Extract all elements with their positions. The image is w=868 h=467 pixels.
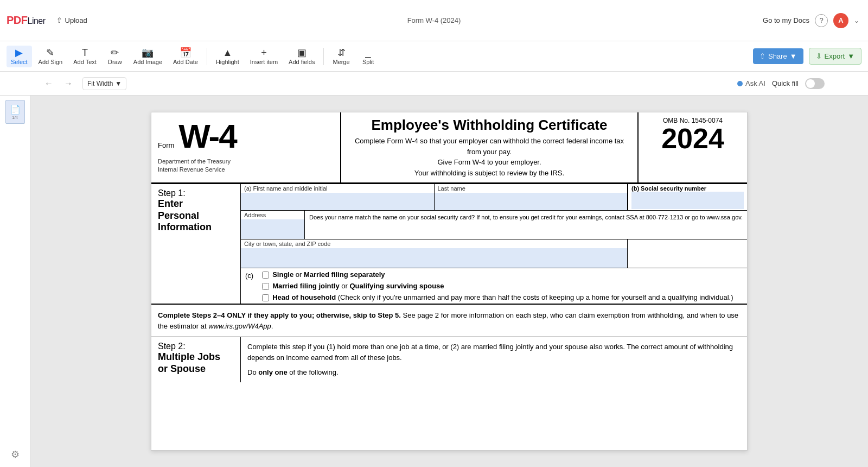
step1-section: Step 1: EnterPersonalInformation (a) Fir… <box>151 184 747 304</box>
pdf-form: Form W-4 Department of the Treasury Inte… <box>151 112 748 451</box>
checkbox-options: Single or Married filing separately Marr… <box>258 268 739 304</box>
address-row: Address Does your name match the name on… <box>241 211 747 239</box>
step1-title: EnterPersonalInformation <box>158 198 234 234</box>
upload-button[interactable]: ⇧ Upload <box>52 14 92 27</box>
checkbox-hoh: Head of household (Check only if you're … <box>262 293 733 301</box>
page-icon: 📄 <box>10 104 21 115</box>
merge-button[interactable]: ⇵ Merge <box>328 46 354 67</box>
share-button[interactable]: ⇧ Share ▼ <box>753 48 803 64</box>
fields-icon: ▣ <box>297 48 307 58</box>
redo-button[interactable]: → <box>63 78 74 90</box>
image-icon: 📷 <box>142 48 154 58</box>
draw-icon: ✏ <box>111 48 119 58</box>
avatar-button[interactable]: A <box>833 13 848 28</box>
checkbox-single-label: Single or Married filing separately <box>272 270 385 279</box>
insert-item-label: Insert item <box>250 59 278 65</box>
merge-icon: ⇵ <box>337 48 346 58</box>
insert-item-button[interactable]: + Insert item <box>246 46 282 67</box>
add-image-button[interactable]: 📷 Add Image <box>129 46 167 67</box>
step-instruction: Complete Steps 2–4 ONLY if they apply to… <box>151 304 747 337</box>
page-number-label: 1/4 <box>12 115 18 120</box>
ask-ai-button[interactable]: Ask AI <box>737 79 765 87</box>
step2-content: Complete this step if you (1) hold more … <box>241 337 747 382</box>
step1-label: Step 1: EnterPersonalInformation <box>151 184 241 304</box>
draw-label: Draw <box>108 59 122 65</box>
export-button[interactable]: ⇩ Export ▼ <box>809 48 861 65</box>
add-sign-label: Add Sign <box>39 59 63 65</box>
step2-section: Step 2: Multiple Jobsor Spouse Complete … <box>151 337 747 382</box>
lastname-input[interactable] <box>435 193 628 210</box>
subtitle-line3: Your withholding is subject to review by… <box>350 168 629 179</box>
share-icon: ⇧ <box>760 52 765 60</box>
dept-line1: Department of the Treasury <box>158 157 334 166</box>
address-label: Address <box>241 211 304 219</box>
go-to-docs-button[interactable]: Go to my Docs <box>763 16 809 24</box>
ssn-cell: (b) Social security number <box>628 184 747 210</box>
add-text-button[interactable]: T Add Text <box>69 46 101 67</box>
firstname-input[interactable] <box>241 193 434 210</box>
address-cell: Address <box>241 211 305 239</box>
export-label: Export <box>825 52 845 60</box>
checkbox-single-input[interactable] <box>262 272 269 279</box>
step2-para2: Do only one of the following. <box>247 367 741 378</box>
document-title: Form W-4 (2024) <box>407 16 461 24</box>
subtoolbar: ← → Fit Width ▼ Ask AI Quick fill <box>0 72 868 96</box>
topbar-chevron[interactable]: ⌄ <box>854 17 859 24</box>
step1-number: Step 1: <box>158 188 234 198</box>
add-sign-button[interactable]: ✎ Add Sign <box>34 46 67 67</box>
form-right-header: OMB No. 1545-0074 2024 <box>639 112 747 182</box>
add-fields-button[interactable]: ▣ Add fields <box>284 46 319 67</box>
share-chevron-icon: ▼ <box>790 52 797 60</box>
quick-fill-toggle[interactable] <box>805 78 825 89</box>
split-button[interactable]: ⎯ Split <box>356 46 380 67</box>
step1-fields: (a) First name and middle initial Last n… <box>241 184 747 304</box>
main-content: Form W-4 Department of the Treasury Inte… <box>30 96 868 467</box>
form-left-header: Form W-4 Department of the Treasury Inte… <box>151 112 341 182</box>
draw-button[interactable]: ✏ Draw <box>103 46 127 67</box>
firstname-cell: (a) First name and middle initial <box>241 184 435 210</box>
dept-text: Department of the Treasury Internal Reve… <box>158 157 334 174</box>
highlight-button[interactable]: ▲ Highlight <box>212 46 244 67</box>
add-date-label: Add Date <box>173 59 198 65</box>
subtoolbar-right: Ask AI Quick fill <box>737 78 825 89</box>
main-toolbar: ▶ Select ✎ Add Sign T Add Text ✏ Draw 📷 … <box>0 41 868 72</box>
subtitle-line1: Complete Form W-4 so that your employer … <box>350 136 629 157</box>
step2-label: Step 2: Multiple Jobsor Spouse <box>151 337 241 382</box>
subtitle-line2: Give Form W-4 to your employer. <box>350 157 629 168</box>
topbar: PDFLiner ⇧ Upload Form W-4 (2024) Go to … <box>0 0 868 41</box>
select-tool-button[interactable]: ▶ Select <box>7 46 32 67</box>
insert-icon: + <box>261 48 267 58</box>
add-fields-label: Add fields <box>289 59 315 65</box>
city-side-cell <box>628 239 747 268</box>
ssn-input[interactable] <box>631 192 744 209</box>
fit-width-label: Fit Width <box>87 80 113 87</box>
help-button[interactable]: ? <box>815 14 828 27</box>
address-input[interactable] <box>241 219 304 239</box>
form-text: Form <box>158 141 174 149</box>
city-cell: City or town, state, and ZIP code <box>241 239 628 268</box>
step2-number: Step 2: <box>158 342 234 351</box>
dept-line2: Internal Revenue Service <box>158 166 334 174</box>
lastname-label: Last name <box>435 184 628 193</box>
step2-para1: Complete this step if you (1) hold more … <box>247 342 741 363</box>
checkbox-hoh-label: Head of household (Check only if you're … <box>272 293 733 301</box>
city-input[interactable] <box>241 248 627 268</box>
settings-button[interactable]: ⚙ <box>11 449 20 460</box>
export-icon: ⇩ <box>816 52 822 60</box>
checkbox-married-input[interactable] <box>262 283 269 290</box>
highlight-label: Highlight <box>216 59 239 65</box>
form-subtitle: Complete Form W-4 so that your employer … <box>350 136 629 178</box>
ssn-note: Does your name match the name on your so… <box>309 214 743 220</box>
page-thumbnail[interactable]: 📄 1/4 <box>5 100 25 124</box>
step2-title: Multiple Jobsor Spouse <box>158 351 234 375</box>
firstname-label: (a) First name and middle initial <box>241 184 434 193</box>
upload-label: Upload <box>65 16 87 24</box>
logo: PDFLiner <box>7 14 46 27</box>
add-date-button[interactable]: 📅 Add Date <box>169 46 202 67</box>
ssn-label: (b) Social security number <box>631 185 744 192</box>
city-label: City or town, state, and ZIP code <box>241 239 627 248</box>
undo-button[interactable]: ← <box>43 78 54 90</box>
checkbox-hoh-input[interactable] <box>262 294 269 301</box>
form-header: Form W-4 Department of the Treasury Inte… <box>151 112 747 184</box>
fit-width-button[interactable]: Fit Width ▼ <box>82 77 126 90</box>
